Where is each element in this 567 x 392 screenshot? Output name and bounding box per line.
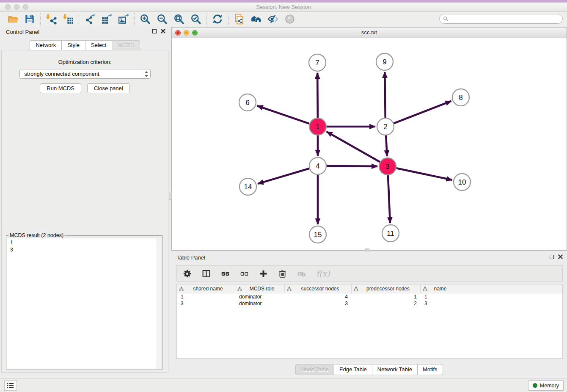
run-mcds-button[interactable]: Run MCDS [40, 83, 81, 93]
node-8[interactable]: 8 [452, 89, 469, 106]
unchecked-boxes-icon [240, 269, 249, 278]
open-session-button[interactable] [4, 13, 21, 25]
close-panel-button[interactable]: Close panel [87, 83, 130, 93]
delete-table-button[interactable] [297, 269, 306, 278]
node-14[interactable]: 14 [239, 178, 256, 195]
zoom-out-button[interactable] [154, 13, 171, 25]
network-window-titlebar[interactable]: scc.txt [172, 28, 567, 38]
zoom-selected-button[interactable] [187, 13, 204, 25]
edge-2-9[interactable] [385, 72, 385, 118]
clone-network-button[interactable] [231, 13, 248, 25]
mcds-result-area[interactable]: 1 3 [7, 238, 161, 369]
column-header-successor-nodes[interactable]: successor nodes [285, 284, 352, 293]
tab-node-table[interactable]: Node Table [295, 364, 334, 375]
node-11[interactable]: 11 [382, 225, 399, 242]
save-session-button[interactable] [21, 13, 38, 25]
node-10[interactable]: 10 [454, 174, 471, 190]
export-table-button[interactable] [98, 13, 115, 25]
result-scrollbar[interactable] [157, 238, 161, 369]
task-history-button[interactable] [4, 380, 17, 391]
horizontal-splitter-handle[interactable] [365, 248, 369, 251]
table-cell[interactable]: 3 [177, 300, 235, 307]
edge-2-8[interactable] [394, 101, 451, 124]
table-settings-button[interactable] [183, 269, 192, 278]
fx-icon: f(x) [316, 269, 330, 278]
edge-2-3[interactable] [386, 135, 387, 156]
table-cell[interactable]: 1 [177, 293, 235, 300]
edge-4-3[interactable] [327, 166, 377, 166]
show-hidden-button[interactable] [281, 13, 298, 25]
tab-network-table[interactable]: Network Table [372, 364, 418, 375]
delete-column-button[interactable] [278, 269, 287, 278]
deselect-all-rows-button[interactable] [240, 269, 249, 278]
tab-style[interactable]: Style [61, 40, 85, 50]
column-header-predecessor-nodes[interactable]: predecessor nodes [352, 284, 421, 293]
app-titlebar: Session: New Session [0, 3, 567, 12]
add-column-button[interactable] [259, 269, 268, 278]
table-row[interactable]: 3dominator323 [177, 300, 562, 307]
zoom-in-icon [140, 14, 151, 25]
column-header-shared-name[interactable]: shared name [177, 284, 235, 293]
memory-button[interactable]: Memory [528, 380, 564, 391]
sort-tree-icon [237, 287, 242, 291]
network-canvas[interactable]: 1234678910111415 [172, 39, 567, 250]
edge-3-10[interactable] [396, 168, 452, 180]
app-title: Session: New Session [0, 4, 567, 10]
criterion-select[interactable]: strongly connected component [19, 69, 151, 79]
tab-select[interactable]: Select [85, 40, 112, 50]
edge-3-1[interactable] [327, 132, 380, 162]
table-cell[interactable]: 2 [352, 300, 421, 307]
column-visibility-button[interactable] [202, 269, 211, 278]
edge-4-14[interactable] [258, 168, 309, 184]
vertical-splitter-handle[interactable] [169, 193, 172, 200]
table-cell[interactable]: 1 [352, 293, 421, 300]
table-cell[interactable]: 3 [421, 300, 456, 307]
search-field[interactable] [439, 14, 563, 24]
float-table-panel-icon[interactable] [550, 255, 554, 259]
table-cell[interactable]: 4 [285, 293, 352, 300]
import-table-button[interactable] [60, 13, 77, 25]
column-header-MCDS-role[interactable]: MCDS role [235, 284, 285, 293]
clone-network-icon [234, 14, 245, 25]
tab-motifs[interactable]: Motifs [417, 364, 443, 375]
table-cell[interactable]: dominator [235, 300, 285, 307]
select-all-rows-button[interactable] [221, 269, 230, 278]
node-2[interactable]: 2 [377, 118, 394, 135]
close-table-panel-icon[interactable] [558, 254, 563, 259]
import-network-icon [46, 14, 57, 25]
close-panel-icon[interactable] [161, 29, 165, 33]
node-7[interactable]: 7 [309, 54, 326, 71]
node-15[interactable]: 15 [309, 226, 326, 243]
hide-selected-button[interactable] [264, 13, 281, 25]
edge-1-6[interactable] [257, 106, 309, 124]
zoom-fit-button[interactable] [171, 13, 187, 25]
column-header-name[interactable]: name [421, 284, 456, 293]
import-network-button[interactable] [43, 13, 60, 25]
mcds-result-box: MCDS result (2 nodes) 1 3 [6, 232, 162, 370]
node-table[interactable]: shared nameMCDS rolesuccessor nodesprede… [176, 284, 563, 359]
search-input[interactable] [450, 16, 559, 22]
tab-edge-table[interactable]: Edge Table [334, 364, 372, 375]
table-cell[interactable]: 1 [421, 293, 456, 300]
table-cell[interactable]: dominator [235, 293, 285, 300]
open-folder-icon [7, 14, 18, 25]
node-1[interactable]: 1 [309, 118, 326, 135]
node-3[interactable]: 3 [379, 158, 396, 175]
node-6[interactable]: 6 [239, 94, 256, 111]
export-image-button[interactable] [115, 13, 132, 25]
node-9[interactable]: 9 [376, 53, 393, 70]
table-row[interactable]: 1dominator411 [177, 293, 562, 300]
show-all-networks-button[interactable] [248, 13, 264, 25]
node-4[interactable]: 4 [309, 157, 326, 174]
tab-mcds[interactable]: MCDS [112, 40, 140, 50]
edge-1-7[interactable] [317, 73, 318, 118]
edge-3-11[interactable] [388, 175, 390, 223]
table-cell[interactable]: 3 [285, 300, 352, 307]
export-network-button[interactable] [81, 13, 98, 25]
refresh-view-button[interactable] [209, 13, 226, 25]
float-panel-icon[interactable] [152, 29, 157, 33]
tab-network[interactable]: Network [30, 40, 62, 50]
node-label: 11 [387, 229, 394, 237]
function-builder-button[interactable]: f(x) [316, 269, 330, 278]
zoom-in-button[interactable] [137, 13, 154, 25]
